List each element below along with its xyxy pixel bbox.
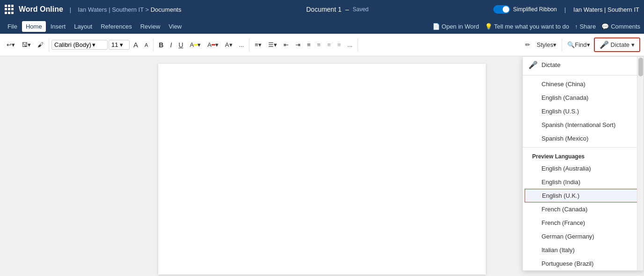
lang-italian-italy[interactable]: Italian (Italy) [523,243,644,257]
lang-label: Chinese (China) [542,81,585,88]
lang-english-australia[interactable]: English (Australia) [523,162,644,175]
dropdown-scrollbar[interactable] [637,57,644,270]
find-dropdown-icon: ▾ [587,41,590,48]
lang-french-france[interactable]: French (France) [523,216,644,230]
lang-english-india[interactable]: English (India) [523,175,644,189]
lang-label: English (U.K.) [542,192,579,199]
toggle-switch[interactable] [493,5,510,14]
lang-english-uk[interactable]: English (U.K.) [525,189,642,202]
share-label: Share [579,23,596,30]
lang-chinese-china[interactable]: Chinese (China) [523,77,644,91]
find-btn[interactable]: 🔍 Find ▾ [564,39,593,51]
numbering-btn[interactable]: ☰▾ [265,39,280,51]
lang-label: German (Germany) [542,233,594,240]
document-area: 🎤 Dictate Chinese (China) English (Canad… [0,56,644,276]
dropdown-mic-icon: 🎤 [528,60,538,69]
more-text-btn[interactable]: ... [236,39,247,51]
preview-languages-label: Preview Languages [523,149,644,162]
lang-spanish-mexico[interactable]: Spanish (Mexico) [523,132,644,145]
lang-label: Spanish (International Sort) [542,121,615,128]
more-para-btn[interactable]: ... [344,39,355,51]
sep4 [358,38,358,52]
menu-insert[interactable]: Insert [47,21,70,32]
user-breadcrumb[interactable]: Ian Waters | Southern IT > Documents [78,6,181,13]
decrease-indent-btn[interactable]: ⇤ [281,39,292,51]
menu-bar-right: 📄 Open in Word 💡 Tell me what you want t… [432,23,640,30]
search-icon: 🔍 [567,41,575,48]
comments-button[interactable]: 💬 Comments [601,23,640,30]
font-dropdown-icon: ▾ [92,41,95,48]
app-grid-icon[interactable] [5,5,14,14]
ribbon-right: ✏ Styles ▾ 🔍 Find ▾ 🎤 Dictate ▾ [522,37,640,52]
sep5 [562,38,562,52]
undo-btn[interactable]: ↩▾ [4,39,18,51]
comments-icon: 💬 [601,23,609,30]
lang-german-germany[interactable]: German (Germany) [523,230,644,243]
menu-review[interactable]: Review [137,21,164,32]
dictate-top-item[interactable]: 🎤 Dictate [523,57,644,73]
lang-label: English (Australia) [542,165,591,172]
find-label: Find [575,41,586,48]
styles-dropdown-icon: ▾ [553,41,556,48]
font-grow-btn[interactable]: A [131,38,141,51]
lang-french-canada[interactable]: French (Canada) [523,202,644,216]
lang-label: Italian (Italy) [542,246,575,254]
simplified-ribbon-toggle[interactable]: Simplified Ribbon [493,5,556,14]
document-page[interactable] [158,64,486,275]
increase-indent-btn[interactable]: ⇥ [293,39,303,51]
scrollbar-thumb [638,58,643,76]
microphone-icon: 🎤 [600,40,609,49]
ribbon: ↩▾ 🖫▾ 🖌 Calibri (Body) ▾ 11 ▾ A A B I U … [0,34,644,56]
font-selector[interactable]: Calibri (Body) ▾ [51,40,108,50]
doc-title-area: Document 1 – Saved [186,6,489,13]
font-name: Calibri (Body) [54,41,91,48]
dictate-dropdown-icon: ▾ [631,41,635,48]
menu-view[interactable]: View [165,21,185,32]
title-dash: – [345,6,349,13]
lang-portuguese-brazil[interactable]: Portuguese (Brazil) [523,257,644,270]
dictate-button[interactable]: 🎤 Dictate ▾ [594,37,640,52]
open-in-word-btn[interactable]: 📄 Open in Word [432,23,479,30]
font-size-small-btn[interactable]: A▾ [222,39,235,51]
menu-layout[interactable]: Layout [70,21,96,32]
align-left-btn[interactable]: ≡ [304,39,314,51]
saved-status: Saved [353,6,369,13]
lang-label: English (U.S.) [542,108,579,115]
align-right-btn[interactable]: ≡ [324,39,334,51]
save-btn[interactable]: 🖫▾ [19,39,34,51]
share-icon: ↑ [575,23,578,30]
font-size-val: 11 [111,41,118,48]
lang-spanish-international[interactable]: Spanish (International Sort) [523,118,644,132]
menu-file[interactable]: File [4,21,21,32]
dropdown-sep1 [523,75,644,75]
font-color-btn[interactable]: A▾ [205,39,221,51]
italic-btn[interactable]: I [167,39,175,51]
bullets-btn[interactable]: ≡▾ [252,39,264,51]
lang-english-canada[interactable]: English (Canada) [523,91,644,104]
tell-me-label: Tell me what you want to do [494,23,569,30]
lang-label: French (France) [542,219,585,226]
format-painter-btn[interactable]: 🖌 [35,39,46,51]
simplified-ribbon-label: Simplified Ribbon [513,6,556,13]
menu-home[interactable]: Home [22,21,46,32]
tell-me-btn[interactable]: 💡 Tell me what you want to do [485,23,569,30]
lightbulb-icon: 💡 [485,23,492,30]
font-size-selector[interactable]: 11 ▾ [109,40,130,50]
open-in-word-label: Open in Word [442,23,479,30]
doc-title: Document 1 [306,6,341,13]
align-center-btn[interactable]: ≡ [315,39,324,51]
sep1 [49,38,49,52]
underline-btn[interactable]: U [176,39,186,51]
lang-english-us[interactable]: English (U.S.) [523,104,644,118]
user-name-right[interactable]: Ian Waters | Southern IT [573,6,639,13]
menu-references[interactable]: References [97,21,135,32]
share-button[interactable]: ↑ Share [575,23,596,30]
justify-btn[interactable]: ≡ [335,39,344,51]
style-effects-btn[interactable]: ✏ [522,39,533,51]
styles-btn[interactable]: Styles ▾ [534,39,559,51]
highlight-btn[interactable]: A▾ [187,39,204,51]
lang-label: English (Canada) [542,94,588,101]
sep3 [249,38,249,52]
bold-btn[interactable]: B [156,39,166,51]
font-shrink-btn[interactable]: A [142,40,151,50]
